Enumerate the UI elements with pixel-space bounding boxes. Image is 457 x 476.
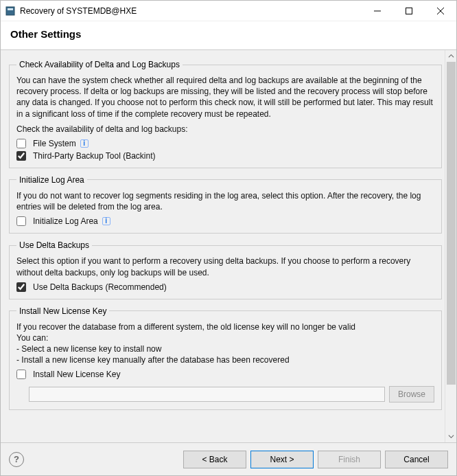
app-icon <box>5 5 16 16</box>
cancel-button[interactable]: Cancel <box>385 451 448 468</box>
info-icon[interactable]: i <box>102 217 110 225</box>
group-license-desc3: - Select a new license key to install no… <box>16 343 434 354</box>
checkbox-install-license[interactable] <box>16 370 26 379</box>
group-license-legend: Install New License Key <box>16 306 109 316</box>
group-license-desc4: - Install a new license key manually aft… <box>16 354 434 365</box>
wizard-header: Other Settings <box>1 21 456 50</box>
label-initialize-log: Initialize Log Area <box>33 216 98 226</box>
checkbox-initialize-log[interactable] <box>16 216 26 226</box>
svg-rect-0 <box>6 7 14 15</box>
help-icon[interactable]: ? <box>9 452 24 467</box>
group-init-desc: If you do not want to recover log segmen… <box>16 190 434 212</box>
svg-rect-1 <box>8 8 13 10</box>
titlebar: Recovery of SYSTEMDB@HXE <box>1 1 456 21</box>
group-check-legend: Check Availability of Delta and Log Back… <box>16 60 183 69</box>
scroll-up-icon[interactable] <box>445 50 456 62</box>
maximize-button[interactable] <box>393 1 425 21</box>
wizard-content: Check Availability of Delta and Log Back… <box>1 50 445 442</box>
info-icon[interactable]: i <box>80 139 89 148</box>
group-delta-legend: Use Delta Backups <box>16 240 92 250</box>
checkbox-third-party[interactable] <box>16 151 26 161</box>
group-check-prompt: Check the availability of delta and log … <box>16 124 434 135</box>
group-license-desc2: You can: <box>16 332 434 343</box>
label-third-party: Third-Party Backup Tool (Backint) <box>33 151 156 161</box>
minimize-button[interactable] <box>362 1 393 21</box>
group-delta-desc: Select this option if you want to perfor… <box>16 256 434 277</box>
vertical-scrollbar[interactable] <box>445 50 456 442</box>
back-button[interactable]: < Back <box>183 451 246 468</box>
browse-button[interactable]: Browse <box>389 386 434 403</box>
window-title: Recovery of SYSTEMDB@HXE <box>20 6 137 16</box>
group-initialize-log: Initialize Log Area If you do not want t… <box>9 175 442 234</box>
group-check-availability: Check Availability of Delta and Log Back… <box>9 60 442 168</box>
checkbox-use-delta[interactable] <box>16 282 26 292</box>
group-check-desc: You can have the system check whether al… <box>16 75 434 120</box>
wizard-footer: ? < Back Next > Finish Cancel <box>1 442 456 475</box>
next-button[interactable]: Next > <box>250 451 314 468</box>
group-init-legend: Initialize Log Area <box>16 175 87 185</box>
group-license-desc1: If you recover the database from a diffe… <box>16 321 434 332</box>
page-title: Other Settings <box>10 28 447 40</box>
group-delta-backups: Use Delta Backups Select this option if … <box>9 240 442 299</box>
group-license-key: Install New License Key If you recover t… <box>9 306 442 411</box>
label-install-license: Install New License Key <box>33 370 120 379</box>
checkbox-file-system[interactable] <box>16 139 26 148</box>
svg-rect-2 <box>406 8 412 14</box>
scroll-thumb[interactable] <box>447 62 456 385</box>
label-file-system: File System <box>33 139 76 148</box>
label-use-delta: Use Delta Backups (Recommended) <box>33 282 167 292</box>
license-path-input[interactable] <box>29 387 385 402</box>
close-button[interactable] <box>425 1 456 21</box>
finish-button[interactable]: Finish <box>318 451 381 468</box>
scroll-down-icon[interactable] <box>445 431 456 442</box>
